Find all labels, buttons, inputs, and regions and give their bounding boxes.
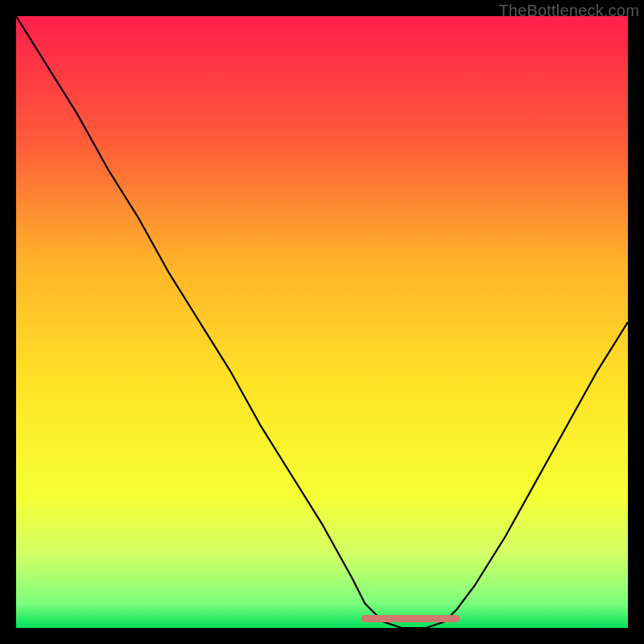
attribution-text: TheBottleneck.com	[498, 2, 639, 20]
bottleneck-chart	[16, 16, 628, 628]
chart-frame	[16, 16, 628, 628]
gradient-background	[16, 16, 628, 628]
